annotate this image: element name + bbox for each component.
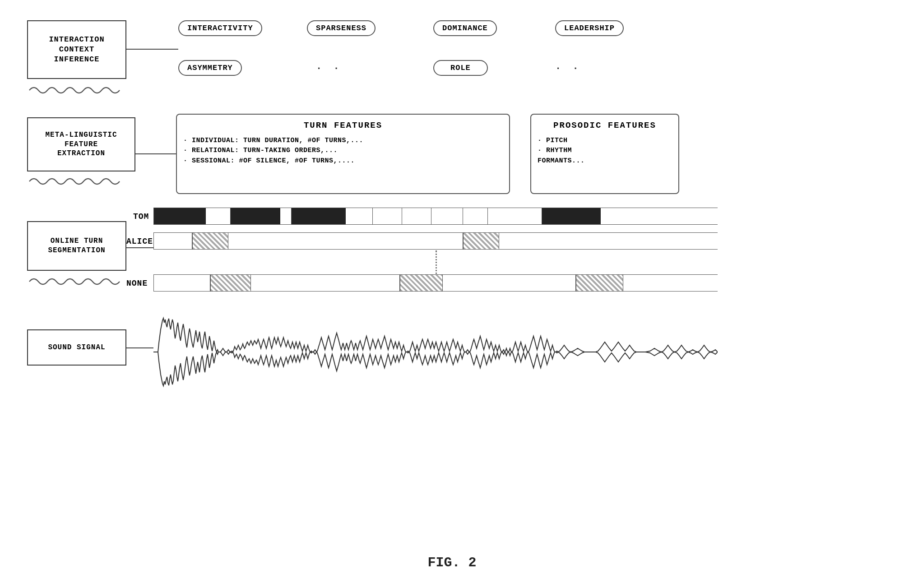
dots-1: · ·	[316, 63, 342, 74]
connect-online	[126, 247, 153, 248]
dominance-pill: DOMINANCE	[433, 20, 497, 36]
diagram: INTERACTION CONTEXT INFERENCE META-LINGU…	[0, 0, 904, 555]
connect-interaction	[126, 49, 178, 50]
prosodic-line1: · PITCH	[538, 136, 672, 146]
prosodic-line2: · RHYTHM	[538, 146, 672, 156]
interaction-context-box: INTERACTION CONTEXT INFERENCE	[27, 20, 126, 79]
connect-sound	[126, 347, 153, 348]
meta-linguistic-box: META-LINGUISTIC FEATURE EXTRACTION	[27, 117, 135, 171]
turn-features-title: TURN FEATURES	[183, 119, 503, 132]
sound-signal-box: SOUND SIGNAL	[27, 329, 126, 366]
squiggle-3	[27, 275, 126, 288]
squiggle-2	[27, 175, 126, 188]
interactivity-pill: INTERACTIVITY	[178, 20, 262, 36]
sparseness-pill: SPARSENESS	[307, 20, 376, 36]
none-label: NONE	[126, 279, 148, 288]
squiggle-1	[27, 84, 126, 97]
prosodic-line3: FORMANTS...	[538, 156, 672, 167]
waveform	[153, 316, 718, 388]
alice-track	[153, 232, 718, 250]
dotted-separator	[436, 250, 437, 278]
turn-features-line1: · INDIVIDUAL: TURN DURATION, #OF TURNS,.…	[183, 136, 503, 146]
tom-label: TOM	[133, 212, 149, 221]
turn-features-line2: · RELATIONAL: TURN-TAKING ORDERS,...	[183, 146, 503, 156]
turn-features-line3: · SESSIONAL: #OF SILENCE, #OF TURNS,....	[183, 156, 503, 167]
prosodic-features-title: PROSODIC FEATURES	[538, 119, 672, 132]
dots-3: · ·	[555, 63, 581, 74]
fig-caption: FIG. 2	[0, 555, 904, 570]
connect-meta	[135, 153, 176, 154]
alice-label: ALICE	[126, 237, 153, 246]
leadership-pill: LEADERSHIP	[555, 20, 624, 36]
role-pill: ROLE	[433, 60, 488, 76]
online-turn-box: ONLINE TURN SEGMENTATION	[27, 221, 126, 271]
turn-features-box: TURN FEATURES · INDIVIDUAL: TURN DURATIO…	[176, 114, 510, 194]
prosodic-features-box: PROSODIC FEATURES · PITCH · RHYTHM FORMA…	[530, 114, 679, 194]
asymmetry-pill: ASYMMETRY	[178, 60, 242, 76]
none-track	[153, 274, 718, 292]
tom-track	[153, 208, 718, 225]
